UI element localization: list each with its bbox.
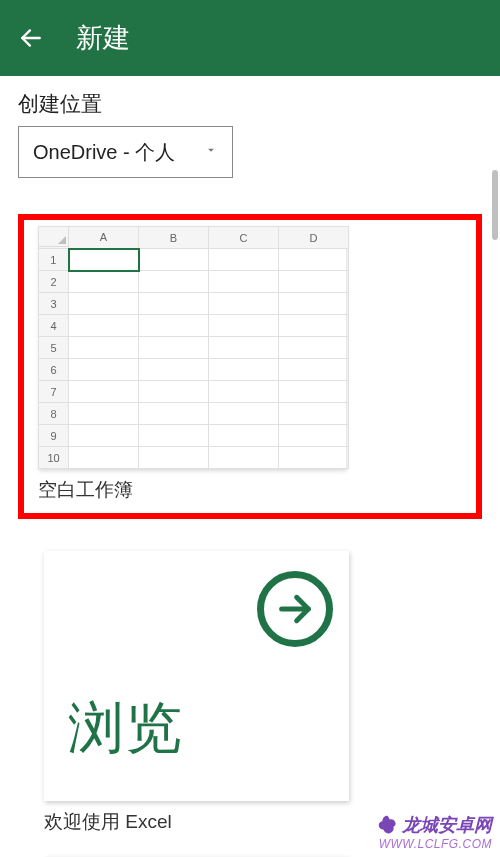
app-header: 新建 xyxy=(0,0,500,76)
scrollbar[interactable] xyxy=(492,170,498,240)
page-title: 新建 xyxy=(76,20,130,56)
spreadsheet-preview: A B C D 1 2 3 4 5 6 7 8 9 10 xyxy=(38,226,349,469)
watermark-url: WWW.LCLFG.COM xyxy=(376,837,492,851)
row-header: 7 xyxy=(39,381,69,403)
row-header: 5 xyxy=(39,337,69,359)
select-all-icon xyxy=(39,229,69,247)
row-header: 2 xyxy=(39,271,69,293)
watermark: 龙城安卓网 WWW.LCLFG.COM xyxy=(376,813,492,851)
watermark-logo-icon xyxy=(376,814,398,836)
row-header: 3 xyxy=(39,293,69,315)
location-label: 创建位置 xyxy=(18,90,482,118)
blank-workbook-highlight: A B C D 1 2 3 4 5 6 7 8 9 10 空白工作簿 xyxy=(18,214,482,519)
arrow-right-circle-icon xyxy=(257,571,333,647)
col-header: C xyxy=(209,227,279,249)
chevron-down-icon xyxy=(204,143,218,161)
blank-workbook-template[interactable]: A B C D 1 2 3 4 5 6 7 8 9 10 xyxy=(38,226,346,469)
row-header: 10 xyxy=(39,447,69,469)
back-arrow-icon[interactable] xyxy=(18,25,44,51)
col-header: A xyxy=(69,227,139,249)
welcome-excel-label: 欢迎使用 Excel xyxy=(44,809,349,835)
row-header: 9 xyxy=(39,425,69,447)
browse-text: 浏览 xyxy=(68,691,184,767)
col-header: D xyxy=(279,227,349,249)
row-header: 6 xyxy=(39,359,69,381)
welcome-excel-template[interactable]: 浏览 xyxy=(44,551,349,801)
cell-a1-selected xyxy=(69,249,139,271)
col-header: B xyxy=(139,227,209,249)
location-dropdown[interactable]: OneDrive - 个人 xyxy=(18,126,233,178)
blank-workbook-label: 空白工作簿 xyxy=(38,477,466,503)
row-header: 8 xyxy=(39,403,69,425)
row-header: 4 xyxy=(39,315,69,337)
location-dropdown-value: OneDrive - 个人 xyxy=(33,139,175,166)
watermark-text: 龙城安卓网 xyxy=(402,813,492,837)
row-header: 1 xyxy=(39,249,69,271)
